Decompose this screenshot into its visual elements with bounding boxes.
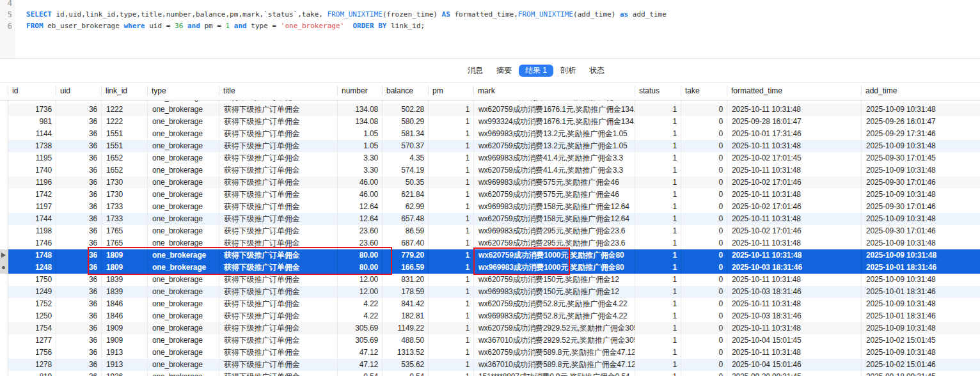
cell-title[interactable]: 获得下级推广订单佣金 bbox=[219, 371, 337, 376]
cell-mark[interactable]: wx620759成功消费1000元,奖励推广佣金80 bbox=[473, 249, 635, 262]
cell-type[interactable]: one_brokerage bbox=[147, 262, 219, 274]
cell-take[interactable]: 0 bbox=[681, 347, 727, 359]
cell-mark[interactable]: wx969983成功消费575元,奖励推广佣金46 bbox=[473, 176, 635, 189]
cell-number[interactable]: 23.60 bbox=[337, 225, 382, 237]
cell-id[interactable]: 1250 bbox=[8, 310, 56, 322]
cell-pm[interactable]: 1 bbox=[428, 262, 473, 274]
cell-mark[interactable]: 151****8807成功消费0.9元,奖励推广佣金0.54 bbox=[473, 371, 635, 376]
cell-uid[interactable]: 36 bbox=[56, 359, 101, 371]
cell-formatted_time[interactable]: 2025-10-11 10:31:48 bbox=[727, 189, 861, 201]
cell-take[interactable]: 0 bbox=[681, 140, 727, 152]
column-header-add_time[interactable]: add_time bbox=[861, 82, 980, 100]
cell-pm[interactable]: 1 bbox=[428, 225, 473, 237]
cell-status[interactable]: 1 bbox=[635, 225, 681, 237]
cell-formatted_time[interactable]: 2025-10-11 10:31:48 bbox=[727, 140, 861, 152]
column-header-mark[interactable]: mark bbox=[473, 82, 635, 100]
cell-pm[interactable]: 1 bbox=[428, 116, 473, 128]
cell-mark[interactable]: wx620759成功消费41.4元,奖励推广佣金3.3 bbox=[473, 164, 635, 176]
cell-link_id[interactable]: 1730 bbox=[101, 189, 147, 201]
cell-link_id[interactable]: 1846 bbox=[101, 310, 147, 322]
cell-link_id[interactable]: 1222 bbox=[101, 104, 147, 116]
result-tab-1[interactable]: 消息 bbox=[461, 65, 489, 77]
cell-number[interactable]: 80.00 bbox=[337, 249, 382, 262]
cell-number[interactable]: 47.12 bbox=[337, 359, 382, 371]
column-header-formatted_time[interactable]: formatted_time bbox=[727, 82, 861, 100]
result-tab-4[interactable]: 剖析 bbox=[554, 65, 582, 77]
cell-uid[interactable]: 36 bbox=[56, 262, 101, 274]
cell-balance[interactable]: 687.40 bbox=[382, 237, 428, 249]
cell-balance[interactable]: 570.37 bbox=[382, 140, 428, 152]
cell-type[interactable]: one_brokerage bbox=[147, 225, 219, 237]
cell-status[interactable]: 1 bbox=[635, 201, 681, 213]
cell-mark[interactable]: wx969983成功消费158元,奖励推广佣金12.64 bbox=[473, 201, 635, 213]
cell-uid[interactable]: 36 bbox=[56, 347, 101, 359]
cell-take[interactable]: 0 bbox=[681, 201, 727, 213]
cell-status[interactable]: 1 bbox=[635, 140, 681, 152]
cell-take[interactable]: 0 bbox=[681, 104, 727, 116]
cell-status[interactable]: 1 bbox=[635, 334, 681, 347]
cell-pm[interactable]: 1 bbox=[428, 164, 473, 176]
cell-balance[interactable]: 1313.52 bbox=[382, 347, 428, 359]
cell-take[interactable]: 0 bbox=[681, 334, 727, 347]
cell-title[interactable]: 获得下级推广订单佣金 bbox=[219, 347, 337, 359]
cell-title[interactable]: 获得下级推广订单佣金 bbox=[219, 286, 337, 298]
cell-pm[interactable]: 1 bbox=[428, 274, 473, 286]
cell-balance[interactable]: 0.54 bbox=[382, 371, 428, 376]
cell-pm[interactable]: 1 bbox=[428, 347, 473, 359]
cell-take[interactable]: 0 bbox=[681, 128, 727, 140]
cell-status[interactable]: 1 bbox=[635, 237, 681, 249]
cell-formatted_time[interactable]: 2025-10-11 10:31:48 bbox=[727, 249, 861, 262]
cell-take[interactable]: 0 bbox=[681, 189, 727, 201]
cell-balance[interactable]: 62.99 bbox=[382, 201, 428, 213]
cell-take[interactable]: 0 bbox=[681, 176, 727, 189]
cell-take[interactable]: 0 bbox=[681, 164, 727, 176]
cell-type[interactable]: one_brokerage bbox=[147, 274, 219, 286]
cell-add_time[interactable]: 2025-10-09 10:31:48 bbox=[861, 298, 980, 310]
cell-uid[interactable]: 36 bbox=[56, 237, 101, 249]
cell-formatted_time[interactable]: 2025-10-04 15:01:45 bbox=[727, 334, 861, 347]
cell-status[interactable]: 1 bbox=[635, 249, 681, 262]
cell-type[interactable]: one_brokerage bbox=[147, 189, 219, 201]
cell-take[interactable]: 0 bbox=[681, 225, 727, 237]
cell-number[interactable]: 0.54 bbox=[337, 371, 382, 376]
table-row-id-819[interactable]: 819361926one_brokerage获得下级推广订单佣金0.540.54… bbox=[0, 371, 980, 376]
cell-formatted_time[interactable]: 2025-09-28 16:01:47 bbox=[727, 116, 861, 128]
cell-status[interactable]: 1 bbox=[635, 274, 681, 286]
cell-balance[interactable]: 50.35 bbox=[382, 176, 428, 189]
cell-status[interactable]: 1 bbox=[635, 286, 681, 298]
cell-number[interactable]: 134.08 bbox=[337, 116, 382, 128]
cell-link_id[interactable]: 1909 bbox=[101, 322, 147, 334]
code-line-4[interactable]: 4 bbox=[0, 0, 980, 9]
cell-status[interactable]: 1 bbox=[635, 322, 681, 334]
cell-add_time[interactable]: 2025-10-09 10:31:48 bbox=[861, 249, 980, 262]
cell-status[interactable]: 1 bbox=[635, 128, 681, 140]
cell-link_id[interactable]: 1733 bbox=[101, 213, 147, 225]
result-tab-2[interactable]: 摘要 bbox=[490, 65, 518, 77]
cell-uid[interactable]: 36 bbox=[56, 201, 101, 213]
cell-formatted_time[interactable]: 2025-10-03 18:31:46 bbox=[727, 310, 861, 322]
cell-formatted_time[interactable]: 2025-09-20 09:31:45 bbox=[727, 371, 861, 376]
result-tab-3-active[interactable]: 结果 1 bbox=[519, 65, 553, 77]
table-row-id-1752[interactable]: 1752361846one_brokerage获得下级推广订单佣金4.22841… bbox=[0, 298, 980, 310]
cell-pm[interactable]: 1 bbox=[428, 237, 473, 249]
cell-formatted_time[interactable]: 2025-10-04 15:01:46 bbox=[727, 359, 861, 371]
cell-status[interactable]: 1 bbox=[635, 104, 681, 116]
cell-pm[interactable]: 1 bbox=[428, 201, 473, 213]
cell-take[interactable]: 0 bbox=[681, 249, 727, 262]
cell-mark[interactable]: wx969983成功消费295元,奖励推广佣金23.6 bbox=[473, 225, 635, 237]
cell-status[interactable]: 1 bbox=[635, 310, 681, 322]
cell-title[interactable]: 获得下级推广订单佣金 bbox=[219, 262, 337, 274]
cell-mark[interactable]: wx620759成功消费589.8元,奖励推广佣金47.12 bbox=[473, 347, 635, 359]
column-header-status[interactable]: status bbox=[635, 82, 681, 100]
cell-add_time[interactable]: 2025-10-09 10:31:48 bbox=[861, 104, 980, 116]
cell-type[interactable]: one_brokerage bbox=[147, 359, 219, 371]
cell-number[interactable]: 4.22 bbox=[337, 310, 382, 322]
table-row-id-1278[interactable]: 1278361913one_brokerage获得下级推广订单佣金47.1253… bbox=[0, 359, 980, 371]
cell-mark[interactable]: wx993324成功消费1676.1元,奖励推广佣金134.08 bbox=[473, 116, 635, 128]
cell-title[interactable]: 获得下级推广订单佣金 bbox=[219, 249, 337, 262]
cell-add_time[interactable]: 2025-10-09 10:31:48 bbox=[861, 322, 980, 334]
cell-pm[interactable]: 1 bbox=[428, 249, 473, 262]
table-row-id-1248-selected[interactable]: 1248361809one_brokerage获得下级推广订单佣金80.0016… bbox=[0, 262, 980, 274]
column-header-number[interactable]: number bbox=[337, 82, 382, 100]
cell-mark[interactable]: wx620759成功消费13.2元,奖励推广佣金1.05 bbox=[473, 140, 635, 152]
